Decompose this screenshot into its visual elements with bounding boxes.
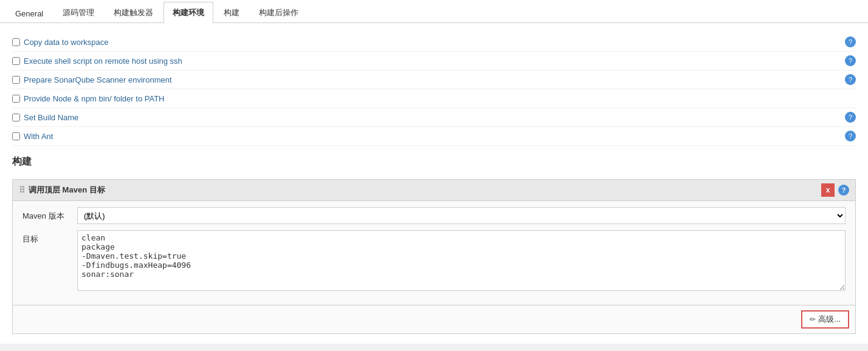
- checkbox-row-set-build-name: Set Build Name ?: [12, 108, 856, 127]
- tab-triggers[interactable]: 构建触发器: [105, 2, 162, 23]
- tab-source[interactable]: 源码管理: [53, 2, 103, 23]
- target-textarea[interactable]: [77, 230, 846, 291]
- help-icon-set-build-name[interactable]: ?: [845, 112, 856, 123]
- maven-version-select[interactable]: (默认): [77, 207, 846, 224]
- checkbox-set-build-name[interactable]: [12, 114, 20, 121]
- tab-general[interactable]: General: [6, 4, 52, 23]
- checkbox-provide-node[interactable]: [12, 95, 20, 103]
- maven-version-row: Maven 版本 (默认): [22, 207, 846, 224]
- main-content: Copy data to workspace ? Execute shell s…: [0, 23, 868, 344]
- section-build-title: 构建: [12, 146, 856, 174]
- tab-bar: General 源码管理 构建触发器 构建环境 构建 构建后操作: [0, 0, 868, 23]
- build-block: ⠿ 调用顶层 Maven 目标 x ? Maven 版本 (默认) 目: [12, 179, 856, 334]
- delete-block-button[interactable]: x: [821, 183, 835, 197]
- checkbox-label-provide-node[interactable]: Provide Node & npm bin/ folder to PATH: [24, 94, 164, 103]
- help-icon-execute-shell[interactable]: ?: [845, 55, 856, 66]
- build-block-title: 调用顶层 Maven 目标: [29, 185, 105, 196]
- checkbox-row-with-ant: With Ant ?: [12, 127, 856, 146]
- tab-env[interactable]: 构建环境: [164, 2, 213, 23]
- checkbox-row-execute-shell: Execute shell script on remote host usin…: [12, 52, 856, 70]
- checkbox-row-sonarqube: Prepare SonarQube Scanner environment ?: [12, 70, 856, 89]
- checkbox-label-sonarqube[interactable]: Prepare SonarQube Scanner environment: [24, 75, 172, 84]
- build-block-header: ⠿ 调用顶层 Maven 目标 x ?: [13, 180, 855, 201]
- maven-version-label: Maven 版本: [22, 207, 77, 222]
- help-icon-with-ant[interactable]: ?: [845, 131, 856, 141]
- help-icon-sonarqube[interactable]: ?: [845, 74, 856, 85]
- checkbox-copy-data[interactable]: [12, 38, 20, 46]
- checkbox-row-provide-node: Provide Node & npm bin/ folder to PATH ?: [12, 89, 856, 108]
- help-icon-block[interactable]: ?: [838, 185, 849, 196]
- drag-handle-icon[interactable]: ⠿: [19, 185, 25, 195]
- checkbox-row-copy-data: Copy data to workspace ?: [12, 33, 856, 52]
- tab-build[interactable]: 构建: [215, 2, 249, 23]
- help-icon-copy-data[interactable]: ?: [845, 36, 856, 47]
- tab-post[interactable]: 构建后操作: [250, 2, 308, 23]
- advanced-button-label: 高级...: [818, 314, 841, 325]
- form-body: Maven 版本 (默认) 目标: [13, 201, 855, 305]
- checkbox-label-set-build-name[interactable]: Set Build Name: [24, 113, 78, 122]
- build-footer: ✏ 高级...: [13, 305, 855, 333]
- checkbox-label-execute-shell[interactable]: Execute shell script on remote host usin…: [24, 56, 182, 66]
- pencil-icon: ✏: [810, 315, 816, 324]
- checkbox-label-copy-data[interactable]: Copy data to workspace: [24, 38, 108, 47]
- checkbox-label-with-ant[interactable]: With Ant: [24, 132, 53, 141]
- checkbox-with-ant[interactable]: [12, 132, 20, 140]
- checkbox-sonarqube[interactable]: [12, 76, 20, 84]
- target-row: 目标: [22, 230, 846, 293]
- checkbox-execute-shell[interactable]: [12, 57, 20, 65]
- advanced-button[interactable]: ✏ 高级...: [801, 310, 849, 329]
- target-label: 目标: [22, 230, 77, 245]
